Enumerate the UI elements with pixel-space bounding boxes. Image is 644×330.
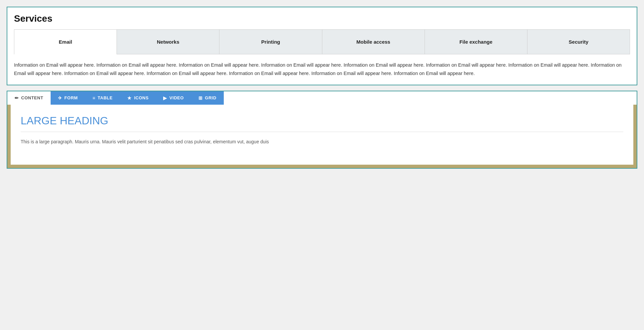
services-widget: Services Email Networks Printing Mobile … [7, 7, 637, 85]
pencil-icon: ✏ [15, 95, 19, 101]
tab-email[interactable]: Email [14, 30, 117, 54]
editor-tabs-row: ✏ CONTENT ✈ FORM ≡ TABLE ★ ICONS ▶ VIDEO… [7, 91, 637, 105]
form-icon: ✈ [58, 95, 62, 101]
play-icon: ▶ [163, 95, 167, 101]
services-tabs-row: Email Networks Printing Mobile access Fi… [14, 29, 630, 54]
star-icon: ★ [127, 95, 132, 101]
tab-file-exchange[interactable]: File exchange [425, 30, 527, 54]
tab-mobile-access[interactable]: Mobile access [322, 30, 425, 54]
tab-networks[interactable]: Networks [117, 30, 219, 54]
editor-tab-video[interactable]: ▶ VIDEO [156, 91, 191, 105]
editor-widget: ✏ CONTENT ✈ FORM ≡ TABLE ★ ICONS ▶ VIDEO… [7, 91, 637, 169]
editor-body: LARGE HEADING This is a large paragraph.… [11, 105, 633, 165]
grid-icon: ⊞ [198, 95, 203, 101]
tab-security[interactable]: Security [527, 30, 630, 54]
editor-paragraph: This is a large paragraph. Mauris urna. … [21, 138, 623, 145]
editor-tab-form[interactable]: ✈ FORM [51, 91, 85, 105]
editor-divider [21, 132, 623, 132]
editor-large-heading: LARGE HEADING [21, 115, 623, 127]
editor-tab-icons[interactable]: ★ ICONS [120, 91, 156, 105]
services-title: Services [14, 13, 630, 24]
table-icon: ≡ [93, 95, 96, 101]
editor-tab-content[interactable]: ✏ CONTENT [7, 91, 51, 105]
editor-tab-grid[interactable]: ⊞ GRID [191, 91, 224, 105]
services-tab-content: Information on Email will appear here. I… [14, 61, 630, 78]
editor-tab-table[interactable]: ≡ TABLE [85, 91, 120, 105]
tab-printing[interactable]: Printing [219, 30, 322, 54]
